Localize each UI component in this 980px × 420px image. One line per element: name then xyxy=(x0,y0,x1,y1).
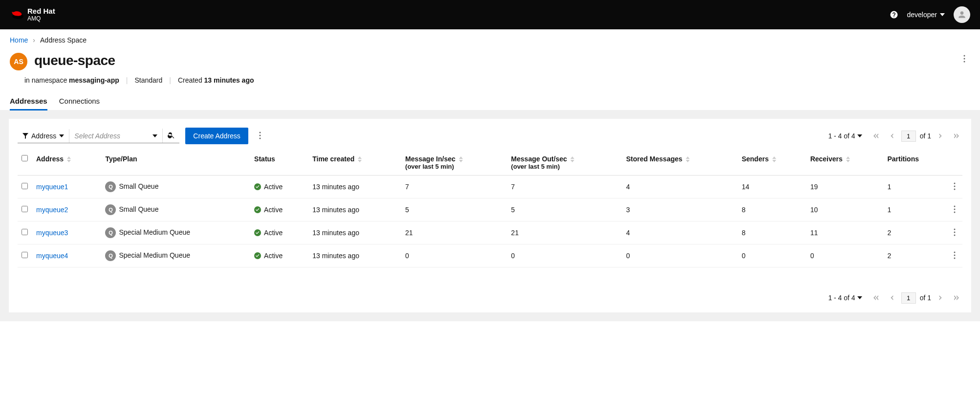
kebab-icon xyxy=(951,251,958,259)
sort-icon[interactable] xyxy=(570,156,575,162)
table-row: myqueue3 QSpecial Medium Queue Active 13… xyxy=(18,221,962,244)
sort-icon[interactable] xyxy=(772,156,777,162)
address-link[interactable]: myqueue3 xyxy=(36,229,68,237)
pagination-last[interactable] xyxy=(951,292,962,304)
sort-icon[interactable] xyxy=(685,156,690,162)
receivers-cell: 11 xyxy=(806,221,884,244)
pagination-of-label: of 1 xyxy=(920,294,931,302)
table-row: myqueue1 QSmall Queue Active 13 minutes … xyxy=(18,176,962,199)
stored-cell: 0 xyxy=(622,244,738,267)
pagination-last[interactable] xyxy=(951,130,962,142)
row-actions-menu[interactable] xyxy=(951,205,958,215)
filter-type-label: Address xyxy=(31,132,56,140)
pagination-next[interactable] xyxy=(935,130,947,142)
search-button[interactable] xyxy=(162,129,179,143)
toolbar-actions-menu[interactable] xyxy=(254,130,266,143)
check-circle-icon xyxy=(254,206,261,213)
caret-down-icon xyxy=(940,12,945,17)
breadcrumb: Home › Address Space xyxy=(0,29,980,49)
redhat-logo-icon xyxy=(10,9,23,20)
queue-type-badge: Q xyxy=(105,181,116,192)
sort-icon[interactable] xyxy=(66,156,71,162)
row-checkbox[interactable] xyxy=(22,183,28,189)
col-msg-out-sub: (over last 5 min) xyxy=(511,163,618,170)
filter-value-dropdown[interactable] xyxy=(148,132,162,140)
status-label: Active xyxy=(264,206,283,214)
avatar[interactable] xyxy=(954,6,970,23)
user-menu[interactable]: developer xyxy=(907,11,945,19)
col-msg-out[interactable]: Message Out/sec xyxy=(511,155,567,163)
address-link[interactable]: myqueue1 xyxy=(36,183,68,191)
row-actions-menu[interactable] xyxy=(951,228,958,238)
pagination-prev[interactable] xyxy=(886,130,897,142)
pagination-summary-dropdown[interactable]: 1 - 4 of 4 xyxy=(828,294,862,302)
receivers-cell: 10 xyxy=(806,199,884,221)
filter-group: Address xyxy=(18,129,179,143)
senders-cell: 14 xyxy=(738,176,806,199)
page-actions-menu[interactable] xyxy=(958,53,970,66)
pagination-bottom: 1 - 4 of 4 of 1 xyxy=(828,292,962,304)
tab-addresses[interactable]: Addresses xyxy=(10,93,47,110)
senders-cell: 8 xyxy=(738,221,806,244)
col-status: Status xyxy=(254,155,275,163)
receivers-cell: 19 xyxy=(806,176,884,199)
breadcrumb-current: Address Space xyxy=(40,36,87,44)
col-time[interactable]: Time created xyxy=(312,155,354,163)
col-senders[interactable]: Senders xyxy=(741,155,768,163)
sort-icon[interactable] xyxy=(357,156,362,162)
address-link[interactable]: myqueue4 xyxy=(36,252,68,260)
chevron-right-icon xyxy=(938,295,943,300)
brand: Red Hat AMQ xyxy=(10,7,55,22)
namespace-prefix: in namespace xyxy=(24,76,69,84)
top-header: Red Hat AMQ developer xyxy=(0,0,980,29)
double-chevron-right-icon xyxy=(954,295,959,300)
svg-point-4 xyxy=(259,134,261,136)
kebab-icon xyxy=(951,205,958,213)
row-checkbox[interactable] xyxy=(22,252,28,258)
caret-down-icon xyxy=(59,133,64,138)
msg-in-cell: 5 xyxy=(401,199,507,221)
row-actions-menu[interactable] xyxy=(951,251,958,261)
plan-label: Small Queue xyxy=(119,205,158,213)
filter-type-dropdown[interactable]: Address xyxy=(18,129,69,143)
svg-point-19 xyxy=(954,251,956,253)
sort-icon[interactable] xyxy=(458,156,463,162)
kebab-icon xyxy=(951,182,958,190)
pagination-first[interactable] xyxy=(870,130,882,142)
svg-point-5 xyxy=(259,137,261,139)
pagination-page-input[interactable] xyxy=(901,131,916,142)
pagination-first[interactable] xyxy=(870,292,882,304)
breadcrumb-home[interactable]: Home xyxy=(10,36,28,44)
pagination-next[interactable] xyxy=(935,292,947,304)
check-circle-icon xyxy=(254,252,261,259)
tab-connections[interactable]: Connections xyxy=(59,93,100,110)
col-address[interactable]: Address xyxy=(36,155,64,163)
col-receivers[interactable]: Receivers xyxy=(810,155,843,163)
filter-input[interactable] xyxy=(69,129,148,143)
row-checkbox[interactable] xyxy=(22,229,28,235)
row-actions-menu[interactable] xyxy=(951,182,958,192)
status-label: Active xyxy=(264,183,283,191)
svg-point-12 xyxy=(954,208,956,210)
row-checkbox[interactable] xyxy=(22,206,28,212)
chevron-left-icon xyxy=(889,133,894,138)
pagination-page-input[interactable] xyxy=(901,292,916,304)
address-link[interactable]: myqueue2 xyxy=(36,206,68,214)
col-msg-in[interactable]: Message In/sec xyxy=(405,155,456,163)
created-prefix: Created xyxy=(178,76,204,84)
col-stored[interactable]: Stored Messages xyxy=(626,155,682,163)
create-address-button[interactable]: Create Address xyxy=(185,128,248,144)
kebab-icon xyxy=(256,132,264,139)
pagination-prev[interactable] xyxy=(886,292,897,304)
queue-type-badge: Q xyxy=(105,204,116,215)
pagination-summary-text: 1 - 4 of 4 xyxy=(828,294,855,302)
sort-icon[interactable] xyxy=(846,156,850,162)
select-all-checkbox[interactable] xyxy=(22,155,28,161)
pagination-summary-dropdown[interactable]: 1 - 4 of 4 xyxy=(828,132,862,140)
svg-point-13 xyxy=(954,211,956,213)
senders-cell: 8 xyxy=(738,199,806,221)
help-icon[interactable] xyxy=(890,10,898,19)
col-msg-in-sub: (over last 5 min) xyxy=(405,163,503,170)
status-label: Active xyxy=(264,229,283,237)
tabs: Addresses Connections xyxy=(0,93,980,110)
